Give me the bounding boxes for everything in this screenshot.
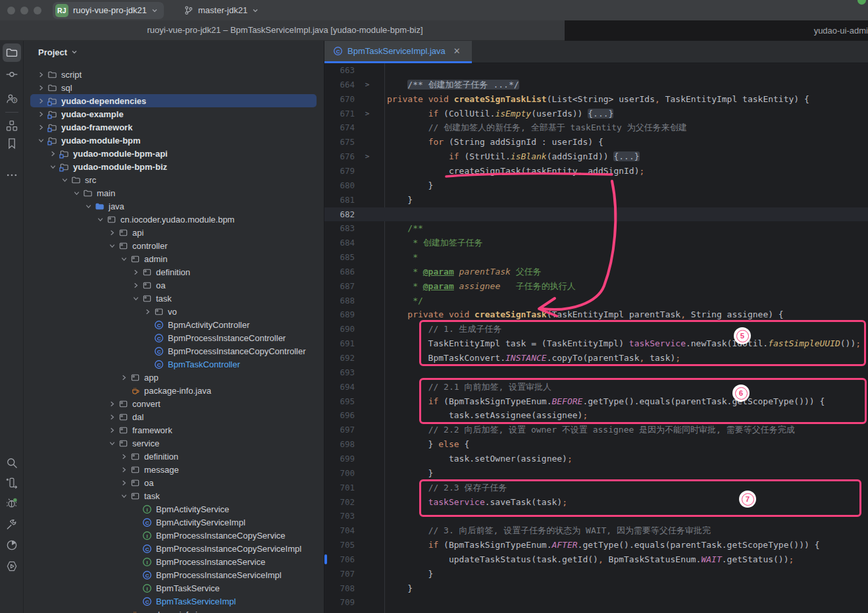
tree-item-task[interactable]: task: [24, 489, 324, 502]
chevron-down-icon[interactable]: [47, 163, 58, 171]
chevron-right-icon[interactable]: [36, 124, 46, 131]
code-line-709[interactable]: 709: [324, 595, 868, 610]
chevron-right-icon[interactable]: [36, 84, 46, 92]
project-panel-header[interactable]: Project: [24, 41, 324, 63]
chevron-down-icon[interactable]: [118, 255, 129, 263]
tree-item-script[interactable]: script: [24, 68, 324, 81]
chevron-down-icon[interactable]: [71, 190, 82, 197]
chevron-right-icon[interactable]: [107, 427, 117, 434]
tree-item-oa[interactable]: oa: [24, 476, 324, 489]
tree-item-bpmprocessinstancecopycontroller[interactable]: CBpmProcessInstanceCopyController: [24, 344, 324, 358]
tree-item-bpmtaskserviceimpl[interactable]: CBpmTaskServiceImpl: [24, 595, 324, 608]
tree-item-package-info-java[interactable]: package-info.java: [24, 608, 324, 613]
code-line-688[interactable]: 688 */: [324, 294, 868, 308]
code-line-702[interactable]: 702 taskService.saveTask(task);: [324, 495, 868, 510]
code-line-690[interactable]: 690 // 1. 生成子任务: [324, 322, 868, 336]
tree-item-yudao-module-bpm-biz[interactable]: yudao-module-bpm-biz: [24, 160, 324, 173]
chevron-right-icon[interactable]: [36, 71, 46, 78]
chevron-right-icon[interactable]: [118, 453, 129, 460]
code-line-681[interactable]: 681 }: [324, 193, 868, 207]
code-line-687[interactable]: 687 * @param assignee 子任务的执行人: [324, 279, 868, 294]
chevron-right-icon[interactable]: [142, 308, 153, 315]
code-line-675[interactable]: 675 for (String addSignId : userIds) {: [324, 135, 868, 149]
tree-item-dal[interactable]: dal: [24, 410, 324, 423]
tree-item-oa[interactable]: oa: [24, 279, 324, 292]
code-line-700[interactable]: 700 }: [324, 466, 868, 481]
structure-icon[interactable]: [3, 117, 21, 135]
tree-item-convert[interactable]: convert: [24, 397, 324, 410]
chevron-down-icon[interactable]: [107, 242, 117, 250]
tree-item-bpmprocessinstanceservice[interactable]: IBpmProcessInstanceService: [24, 555, 324, 568]
code-line-683[interactable]: 683 /**: [324, 221, 868, 236]
chevron-right-icon[interactable]: [36, 111, 46, 118]
code-line-684[interactable]: 684 * 创建加签子任务: [324, 236, 868, 250]
code-line-689[interactable]: 689 private void createSignTask(TaskEnti…: [324, 307, 868, 322]
code-line-676[interactable]: 676> if (StrUtil.isBlank(addSignId)) {..…: [324, 149, 868, 164]
code-line-704[interactable]: 704 // 3. 向后前签, 设置子任务的状态为 WAIT, 因为需要等父任务…: [324, 523, 868, 538]
code-line-701[interactable]: 701 // 2.3 保存子任务: [324, 481, 868, 495]
commit-icon[interactable]: [3, 65, 21, 84]
code-line-708[interactable]: 708 }: [324, 581, 868, 596]
services-icon[interactable]: [3, 557, 21, 575]
code-line-664[interactable]: 664> /** 创建加签子任务 ...*/: [324, 78, 868, 92]
code-line-679[interactable]: 679 createSignTask(taskEntity, addSignId…: [324, 164, 868, 178]
chevron-down-icon[interactable]: [95, 216, 105, 223]
chevron-right-icon[interactable]: [118, 479, 129, 487]
tree-item-cn-iocoder-yudao-module-bpm[interactable]: cn.iocoder.yudao.module.bpm: [24, 213, 324, 226]
chevron-down-icon[interactable]: [107, 440, 117, 447]
tree-item-vo[interactable]: vo: [24, 305, 324, 318]
project-widget[interactable]: RJ ruoyi-vue-pro-jdk21: [53, 2, 164, 19]
code-line-694[interactable]: 694 // 2.1 向前加签, 设置审批人: [324, 380, 868, 394]
tree-item-controller[interactable]: controller: [24, 239, 324, 252]
tree-item-api[interactable]: api: [24, 226, 324, 239]
tree-item-yudao-module-bpm-api[interactable]: yudao-module-bpm-api: [24, 147, 324, 160]
code-line-697[interactable]: 697 // 2.2 向后加签, 设置 owner 不设置 assignee 是…: [324, 423, 868, 437]
project-icon[interactable]: [3, 43, 21, 62]
tree-item-bpmprocessinstancecopyserviceimpl[interactable]: CBpmProcessInstanceCopyServiceImpl: [24, 542, 324, 555]
tree-item-definition[interactable]: definition: [24, 265, 324, 279]
tree-item-main[interactable]: main: [24, 186, 324, 200]
tab-bpmtaskserviceimpl[interactable]: C BpmTaskServiceImpl.java ✕: [324, 41, 472, 63]
code-line-685[interactable]: 685 *: [324, 250, 868, 265]
code-line-682[interactable]: 682: [324, 207, 868, 222]
chevron-right-icon[interactable]: [118, 374, 129, 381]
tree-item-app[interactable]: app: [24, 371, 324, 384]
code-line-680[interactable]: 680 }: [324, 178, 868, 193]
editor-area[interactable]: C BpmTaskServiceImpl.java ✕ 663664> /** …: [324, 41, 868, 613]
chevron-right-icon[interactable]: [130, 282, 141, 289]
code-line-693[interactable]: 693: [324, 365, 868, 380]
tree-item-service[interactable]: service: [24, 437, 324, 450]
chevron-right-icon[interactable]: [36, 97, 46, 105]
tree-item-sql[interactable]: sql: [24, 81, 324, 94]
tree-item-message[interactable]: message: [24, 463, 324, 476]
chevron-right-icon[interactable]: [118, 466, 129, 473]
more-icon[interactable]: [3, 166, 21, 184]
tree-item-bpmactivityservice[interactable]: IBpmActivityService: [24, 502, 324, 516]
profiler-icon[interactable]: [3, 536, 21, 554]
code-line-691[interactable]: 691 TaskEntityImpl task = (TaskEntityImp…: [324, 336, 868, 351]
fold-marker-icon[interactable]: >: [362, 107, 372, 121]
code-line-663[interactable]: 663: [324, 63, 868, 78]
code-line-699[interactable]: 699 task.setOwner(assignee);: [324, 452, 868, 466]
tree-item-bpmtaskcontroller[interactable]: CBpmTaskController: [24, 358, 324, 371]
chevron-right-icon[interactable]: [47, 150, 58, 157]
code-line-674[interactable]: 674 // 创建加签人的新任务, 全部基于 taskEntity 为父任务来创…: [324, 120, 868, 135]
tree-item-bpmactivitycontroller[interactable]: CBpmActivityController: [24, 318, 324, 331]
tree-item-definition[interactable]: definition: [24, 450, 324, 463]
chevron-down-icon[interactable]: [83, 203, 93, 210]
minimize-window-button[interactable]: [20, 7, 28, 14]
fold-marker-icon[interactable]: >: [362, 149, 372, 164]
bookmarks-icon[interactable]: [3, 134, 21, 153]
code-line-695[interactable]: 695 if (BpmTaskSignTypeEnum.BEFORE.getTy…: [324, 394, 868, 409]
debug-icon[interactable]: [3, 494, 21, 512]
git-branch-widget[interactable]: master-jdk21: [184, 5, 259, 15]
code-viewport[interactable]: 663664> /** 创建加签子任务 ...*/670private void…: [324, 63, 868, 613]
pull-requests-icon[interactable]: ?: [3, 90, 21, 108]
chevron-right-icon[interactable]: [107, 229, 117, 236]
tree-item-bpmtaskservice[interactable]: IBpmTaskService: [24, 581, 324, 595]
chevron-down-icon[interactable]: [118, 493, 129, 500]
tree-item-java[interactable]: java: [24, 200, 324, 213]
code-line-671[interactable]: 671> if (CollUtil.isEmpty(userIds)) {...…: [324, 107, 868, 121]
tree-item-admin[interactable]: admin: [24, 252, 324, 265]
tree-item-bpmactivityserviceimpl[interactable]: CBpmActivityServiceImpl: [24, 516, 324, 529]
